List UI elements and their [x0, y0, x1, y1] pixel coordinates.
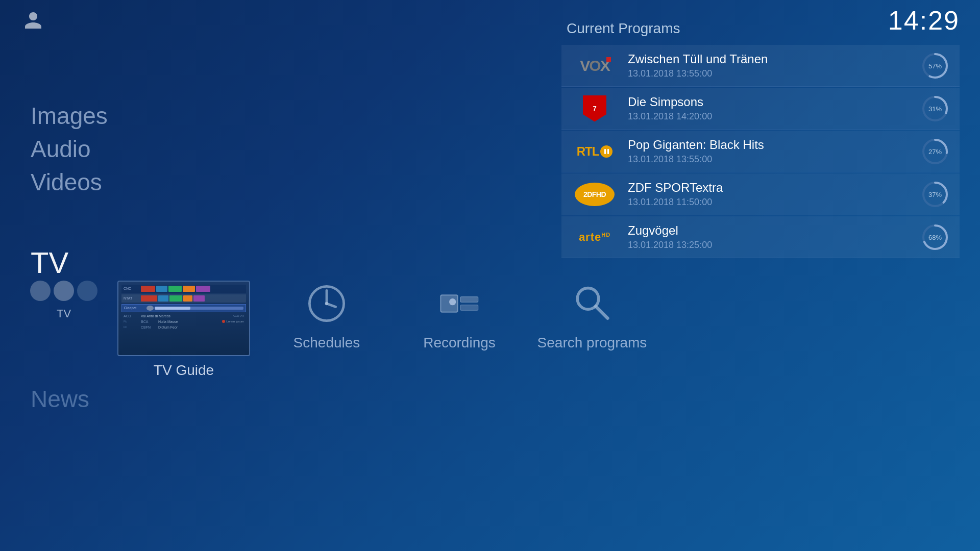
- program-title-vox: Zwischen Tüll und Tränen: [628, 52, 911, 66]
- channel-logo-arte: arteHD: [572, 224, 618, 251]
- current-programs-panel: Current Programs VOX Zwischen Tüll und T…: [561, 20, 960, 258]
- program-info-pro7: Die Simpsons 13.01.2018 14:20:00: [628, 95, 911, 122]
- program-time-zdf: 13.01.2018 11:50:00: [628, 197, 911, 208]
- progress-circle-rtl: 27%: [921, 137, 949, 166]
- tv-sub-guide[interactable]: CNC NTAT: [117, 281, 250, 379]
- channel-logo-vox: VOX: [572, 53, 618, 79]
- program-info-vox: Zwischen Tüll und Tränen 13.01.2018 13:5…: [628, 52, 911, 79]
- program-time-arte: 13.01.2018 13:25:00: [628, 240, 911, 251]
- program-title-pro7: Die Simpsons: [628, 95, 911, 109]
- user-icon[interactable]: [20, 8, 46, 33]
- nav-item-images[interactable]: Images: [31, 102, 108, 130]
- recordings-label: Recordings: [423, 335, 496, 351]
- tv-sub-search[interactable]: Search programs: [536, 281, 648, 351]
- tv-section: TV TV CNC: [31, 245, 648, 379]
- program-title-rtl: Pop Giganten: Black Hits: [628, 138, 911, 152]
- progress-circle-vox: 57%: [921, 52, 949, 80]
- channel-logo-zdf: 2DFHD: [572, 181, 618, 208]
- progress-circle-arte: 68%: [921, 223, 949, 252]
- program-time-rtl: 13.01.2018 13:55:00: [628, 154, 911, 165]
- left-nav: Images Audio Videos: [31, 102, 108, 197]
- progress-label-pro7: 31%: [928, 105, 942, 112]
- tv-sub-guide-label: TV Guide: [154, 362, 214, 379]
- program-info-zdf: ZDF SPORTextra 13.01.2018 11:50:00: [628, 181, 911, 208]
- program-info-arte: Zugvögel 13.01.2018 13:25:00: [628, 223, 911, 251]
- program-title-arte: Zugvögel: [628, 223, 911, 238]
- tv-sub-tv-label: TV: [57, 307, 71, 320]
- nav-item-news-container: News: [31, 385, 89, 413]
- svg-rect-5: [449, 298, 456, 305]
- svg-line-9: [596, 306, 607, 318]
- nav-item-videos[interactable]: Videos: [31, 168, 108, 196]
- tv-subsections-row: TV CNC: [31, 281, 648, 379]
- tv-circles-icon: [30, 281, 97, 301]
- tv-sub-schedules[interactable]: Schedules: [271, 281, 383, 351]
- search-programs-icon: [569, 281, 615, 327]
- program-info-rtl: Pop Giganten: Black Hits 13.01.2018 13:5…: [628, 138, 911, 165]
- program-row-rtl[interactable]: RTL Pop Giganten: Black Hits 13.01.2018 …: [561, 131, 960, 172]
- program-row-zdf[interactable]: 2DFHD ZDF SPORTextra 13.01.2018 11:50:00…: [561, 173, 960, 215]
- progress-label-vox: 57%: [928, 62, 942, 69]
- recordings-icon: [436, 281, 482, 327]
- program-row-arte[interactable]: arteHD Zugvögel 13.01.2018 13:25:00 68%: [561, 216, 960, 258]
- progress-label-arte: 68%: [928, 233, 942, 241]
- tv-guide-thumbnail: CNC NTAT: [117, 281, 250, 356]
- schedules-icon: [304, 281, 350, 327]
- progress-label-zdf: 37%: [928, 190, 942, 198]
- program-row-pro7[interactable]: 7 Die Simpsons 13.01.2018 14:20:00 31%: [561, 88, 960, 130]
- schedules-label: Schedules: [293, 335, 360, 351]
- progress-circle-pro7: 31%: [921, 94, 949, 123]
- program-title-zdf: ZDF SPORTextra: [628, 181, 911, 195]
- channel-logo-pro7: 7: [572, 95, 618, 122]
- progress-circle-zdf: 37%: [921, 180, 949, 209]
- program-row-vox[interactable]: VOX Zwischen Tüll und Tränen 13.01.2018 …: [561, 45, 960, 87]
- tv-sub-tv[interactable]: TV: [31, 281, 97, 320]
- tv-sub-recordings[interactable]: Recordings: [403, 281, 516, 351]
- search-programs-label: Search programs: [537, 335, 647, 351]
- program-time-vox: 13.01.2018 13:55:00: [628, 68, 911, 79]
- nav-item-tv[interactable]: TV: [31, 245, 648, 281]
- program-list: VOX Zwischen Tüll und Tränen 13.01.2018 …: [561, 45, 960, 258]
- svg-rect-6: [460, 296, 478, 302]
- program-time-pro7: 13.01.2018 14:20:00: [628, 111, 911, 122]
- current-programs-title: Current Programs: [561, 20, 960, 37]
- channel-logo-rtl: RTL: [572, 138, 618, 165]
- progress-label-rtl: 27%: [928, 147, 942, 155]
- nav-item-news[interactable]: News: [31, 385, 89, 413]
- nav-item-audio[interactable]: Audio: [31, 135, 108, 163]
- svg-rect-7: [460, 305, 478, 310]
- svg-point-3: [325, 302, 328, 305]
